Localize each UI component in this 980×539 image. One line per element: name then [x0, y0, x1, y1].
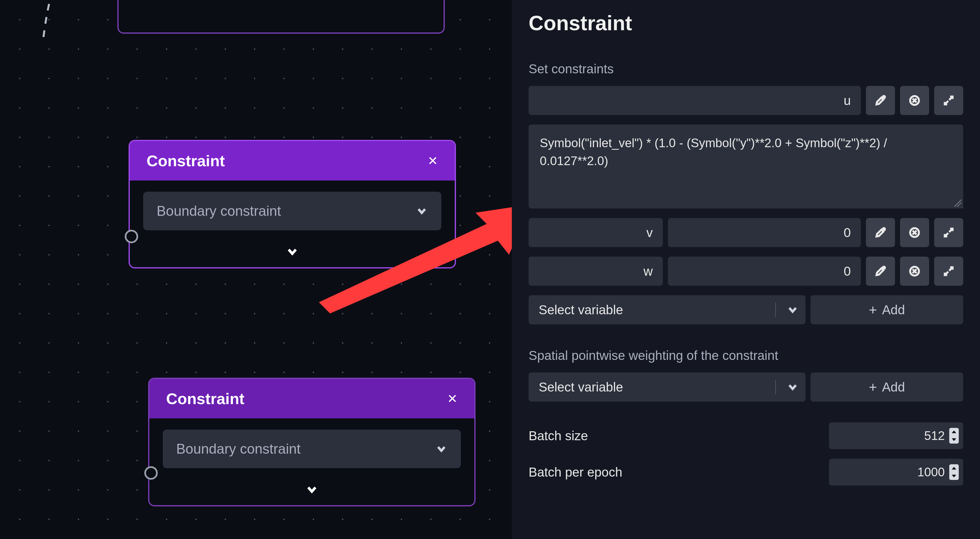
select-label: Boundary constraint [176, 441, 301, 457]
node-expand-toggle[interactable] [150, 477, 474, 505]
chevron-down-icon [435, 443, 447, 455]
node-title: Constraint [146, 151, 225, 170]
chevron-down-icon [786, 381, 799, 393]
add-label: Add [882, 302, 905, 317]
select-weighting-variable-dropdown[interactable]: Select variable [528, 373, 805, 402]
batch-per-epoch-label: Batch per epoch [528, 464, 818, 480]
chevron-down-icon [286, 246, 298, 258]
node-input-port[interactable] [144, 466, 158, 480]
svg-point-0 [883, 96, 885, 98]
value-text: 0 [843, 264, 851, 279]
select-label: Boundary constraint [157, 203, 281, 219]
weighting-label: Spatial pointwise weighting of the const… [528, 348, 963, 363]
batch-size-label: Batch size [528, 428, 818, 443]
constraint-node-selected[interactable]: Constraint ✕ Boundary constraint [129, 140, 456, 268]
variable-w-name[interactable]: w [528, 257, 663, 286]
constraint-type-select[interactable]: Boundary constraint [163, 430, 461, 468]
variable-u-name[interactable]: u [528, 86, 861, 115]
expand-button[interactable] [934, 86, 963, 115]
number-stepper[interactable] [949, 428, 959, 443]
constraint-node-partial[interactable] [118, 0, 445, 33]
clear-button[interactable] [900, 218, 929, 247]
select-variable-label: Select variable [539, 302, 765, 317]
variable-v-value[interactable]: 0 [668, 218, 861, 247]
plus-icon: + [869, 302, 877, 318]
node-expand-toggle[interactable] [130, 239, 455, 267]
constraint-node[interactable]: Constraint ✕ Boundary constraint [148, 378, 476, 506]
variable-name: u [843, 93, 851, 108]
chevron-down-icon [306, 483, 318, 496]
plus-icon: + [869, 379, 877, 395]
eyedropper-button[interactable] [866, 218, 895, 247]
set-constraints-label: Set constraints [528, 61, 963, 77]
close-icon[interactable]: ✕ [447, 392, 458, 406]
svg-point-2 [883, 228, 885, 230]
panel-title: Constraint [528, 11, 963, 35]
variable-v-name[interactable]: v [528, 218, 663, 247]
svg-point-4 [883, 267, 885, 269]
step-up-icon[interactable] [949, 428, 959, 436]
batch-per-epoch-value: 1000 [917, 465, 945, 479]
batch-size-value: 512 [924, 429, 945, 443]
clear-button[interactable] [900, 86, 929, 115]
step-down-icon[interactable] [949, 436, 959, 443]
separator [775, 303, 776, 317]
chevron-down-icon [415, 205, 428, 217]
add-label: Add [882, 380, 905, 395]
variable-w-value[interactable]: 0 [668, 257, 861, 286]
node-expand-toggle[interactable] [119, 0, 444, 10]
select-variable-dropdown[interactable]: Select variable [528, 295, 805, 324]
eyedropper-button[interactable] [866, 257, 895, 286]
properties-panel: Constraint Set constraints u Symbol("inl… [512, 0, 980, 539]
node-input-port[interactable] [125, 230, 138, 243]
chevron-down-icon [786, 304, 799, 316]
batch-per-epoch-input[interactable]: 1000 [829, 459, 963, 486]
add-constraint-button[interactable]: + Add [810, 295, 963, 324]
variable-name: v [646, 225, 653, 240]
expand-button[interactable] [934, 218, 963, 247]
eyedropper-button[interactable] [866, 86, 895, 115]
clear-button[interactable] [900, 257, 929, 286]
step-down-icon[interactable] [949, 472, 959, 480]
batch-size-input[interactable]: 512 [829, 422, 963, 449]
expand-button[interactable] [934, 257, 963, 286]
select-variable-label: Select variable [539, 380, 765, 395]
close-icon[interactable]: ✕ [428, 154, 438, 168]
number-stepper[interactable] [949, 464, 959, 480]
constraint-type-select[interactable]: Boundary constraint [143, 192, 441, 230]
expression-text: Symbol("inlet_vel") * (1.0 - (Symbol("y"… [540, 136, 887, 167]
chevron-down-icon [275, 0, 287, 0]
step-up-icon[interactable] [949, 464, 959, 472]
value-text: 0 [843, 225, 851, 240]
add-weighting-button[interactable]: + Add [810, 373, 963, 402]
separator [775, 380, 776, 394]
variable-name: w [644, 264, 653, 279]
node-title: Constraint [166, 389, 245, 408]
node-canvas[interactable]: Constraint ✕ Boundary constraint [0, 0, 512, 539]
expression-editor-u[interactable]: Symbol("inlet_vel") * (1.0 - (Symbol("y"… [528, 124, 963, 209]
